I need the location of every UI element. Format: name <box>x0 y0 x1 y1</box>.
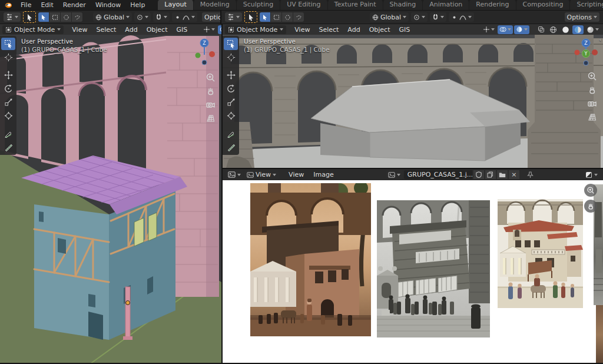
tool-move[interactable] <box>224 69 238 81</box>
tool-transform[interactable] <box>1 110 15 122</box>
shading-xray-toggle[interactable] <box>536 25 546 34</box>
menu-gis[interactable]: GIS <box>172 25 191 34</box>
sidebar-collapse-arrow[interactable]: ‹ <box>599 36 602 44</box>
menu-add[interactable]: Add <box>343 25 364 34</box>
menu-select[interactable]: Select <box>92 25 120 34</box>
tool-rotate[interactable] <box>224 82 238 95</box>
menu-view[interactable]: View <box>290 25 314 34</box>
tab-modeling[interactable]: Modeling <box>194 0 236 10</box>
snap-toggle[interactable] <box>430 12 446 22</box>
tool-cursor[interactable] <box>1 51 15 64</box>
house-model[interactable] <box>21 155 187 340</box>
proportional-edit-group[interactable] <box>449 12 474 22</box>
options-dropdown[interactable]: Options <box>202 12 221 22</box>
select-mode-box[interactable] <box>271 12 281 22</box>
tool-annotate[interactable] <box>1 127 15 140</box>
reference-image-engraving[interactable] <box>377 200 490 337</box>
tool-cursor[interactable] <box>224 51 238 64</box>
select-tool-active[interactable] <box>244 11 257 23</box>
menu-select[interactable]: Select <box>314 25 343 34</box>
active-tool-dropdown[interactable] <box>4 12 21 22</box>
image-name-field[interactable]: GRUPO_CASAS_1.j... <box>404 170 472 179</box>
pan-hand-button[interactable] <box>204 85 216 97</box>
pan-hand-button[interactable] <box>586 84 598 95</box>
image-editor-canvas[interactable] <box>223 180 603 364</box>
tool-move[interactable] <box>1 69 15 81</box>
select-mode-lasso[interactable] <box>72 12 82 22</box>
options-dropdown[interactable]: Options <box>565 12 599 22</box>
tool-measure[interactable] <box>224 141 238 153</box>
tab-compositing[interactable]: Compositing <box>516 0 570 10</box>
menu-help[interactable]: Help <box>125 1 150 9</box>
tool-scale[interactable] <box>224 96 238 108</box>
menu-render[interactable]: Render <box>58 1 91 9</box>
menu-image[interactable]: Image <box>309 170 337 179</box>
menu-view[interactable]: View <box>68 25 91 34</box>
tool-select-box[interactable] <box>1 38 15 50</box>
tab-uv-editing[interactable]: UV Editing <box>280 0 327 10</box>
tab-animation[interactable]: Animation <box>423 0 469 10</box>
select-mode-tweak[interactable] <box>260 12 270 22</box>
select-mode-circle[interactable] <box>61 12 71 22</box>
new-image-button[interactable] <box>485 170 496 179</box>
pivot-point-dropdown[interactable] <box>134 12 151 22</box>
pin-button[interactable] <box>525 170 535 179</box>
snap-toggle[interactable] <box>153 12 170 22</box>
tab-layout[interactable]: Layout <box>158 0 193 10</box>
tab-rendering[interactable]: Rendering <box>469 0 515 10</box>
transform-orientation-dropdown[interactable]: Global <box>370 12 409 22</box>
blender-logo-icon[interactable] <box>4 1 12 9</box>
menu-window[interactable]: Window <box>91 1 125 9</box>
tab-texture-paint[interactable]: Texture Paint <box>328 0 383 10</box>
shading-wireframe[interactable] <box>548 25 559 34</box>
tab-sculpting[interactable]: Sculpting <box>237 0 280 10</box>
pan-hand-button[interactable] <box>584 200 597 213</box>
editor-mode-dropdown[interactable]: View <box>244 170 279 180</box>
tool-select-box[interactable] <box>224 38 238 50</box>
tool-scale[interactable] <box>1 96 15 108</box>
select-mode-lasso[interactable] <box>293 12 304 22</box>
viewport-canvas-left[interactable] <box>0 35 221 364</box>
mode-dropdown[interactable]: Object Mode <box>2 25 64 34</box>
image-browse-dropdown[interactable] <box>386 170 403 180</box>
select-mode-circle[interactable] <box>282 12 293 22</box>
zoom-button[interactable] <box>586 70 598 82</box>
shading-material[interactable] <box>572 25 584 34</box>
show-overlays-dropdown[interactable] <box>498 25 513 34</box>
menu-gis[interactable]: GIS <box>395 25 414 34</box>
select-mode-tweak[interactable] <box>38 12 49 22</box>
xray-dropdown[interactable] <box>514 25 529 34</box>
unlink-image-button[interactable]: × <box>509 170 519 179</box>
zoom-button[interactable] <box>204 71 216 83</box>
navigation-gizmo[interactable]: Z Y <box>572 37 599 68</box>
tool-annotate[interactable] <box>224 127 238 140</box>
proportional-edit-group[interactable] <box>172 12 197 22</box>
display-channels-dropdown[interactable] <box>583 170 600 180</box>
camera-view-button[interactable] <box>586 97 598 109</box>
tab-shading[interactable]: Shading <box>383 0 423 10</box>
camera-view-button[interactable] <box>204 98 216 110</box>
mode-dropdown[interactable]: Object Mode <box>225 25 286 34</box>
select-tool-active[interactable] <box>23 11 36 23</box>
active-tool-dropdown[interactable] <box>225 12 242 22</box>
tool-transform[interactable] <box>224 110 238 122</box>
menu-view[interactable]: View <box>284 170 308 179</box>
editor-type-dropdown[interactable] <box>226 170 243 180</box>
navigation-gizmo[interactable]: Z <box>191 37 218 68</box>
menu-add[interactable]: Add <box>121 25 141 34</box>
tool-measure[interactable] <box>1 141 15 153</box>
shading-rendered[interactable] <box>585 25 601 34</box>
shading-solid[interactable] <box>560 25 571 34</box>
ortho-grid-button[interactable] <box>586 111 598 123</box>
transform-orientation-dropdown[interactable]: Global <box>93 12 132 22</box>
reference-image-watercolor[interactable] <box>498 199 583 308</box>
tab-scripting[interactable]: Scripting <box>570 0 603 10</box>
open-image-folder-button[interactable] <box>497 170 508 179</box>
viewport-canvas-right[interactable] <box>223 35 603 168</box>
zoom-button[interactable] <box>584 184 597 197</box>
menu-file[interactable]: File <box>16 1 36 9</box>
ortho-grid-button[interactable] <box>204 112 216 124</box>
show-gizmo-dropdown[interactable] <box>201 25 217 34</box>
show-overlays-dropdown[interactable] <box>218 25 221 34</box>
menu-object[interactable]: Object <box>365 25 395 34</box>
